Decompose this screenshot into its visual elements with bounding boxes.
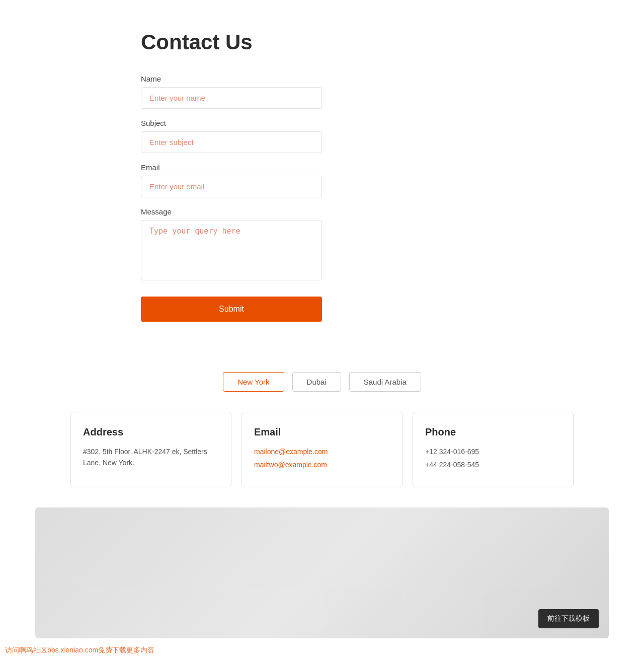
info-cards-section: Address #302, 5th Floor, ALHK-2247 ek, S… bbox=[0, 402, 644, 497]
location-tabs-section: New York Dubai Saudi Arabia bbox=[0, 342, 644, 402]
location-tab-new-york[interactable]: New York bbox=[223, 372, 284, 392]
email-card: Email mailone@example.com mailtwo@exampl… bbox=[242, 412, 403, 487]
address-card: Address #302, 5th Floor, ALHK-2247 ek, S… bbox=[70, 412, 231, 487]
name-label: Name bbox=[141, 75, 503, 83]
location-tab-saudi-arabia[interactable]: Saudi Arabia bbox=[349, 372, 421, 392]
email-input[interactable] bbox=[141, 176, 322, 197]
name-field-group: Name bbox=[141, 75, 503, 109]
phone-number-2: +44 224-058-545 bbox=[425, 459, 561, 470]
subject-label: Subject bbox=[141, 119, 503, 127]
email-link-1[interactable]: mailone@example.com bbox=[254, 446, 390, 457]
email-label: Email bbox=[141, 163, 503, 172]
page-title: Contact Us bbox=[141, 30, 503, 54]
contact-form: Name Subject Email Message Submit bbox=[141, 75, 503, 322]
address-line: #302, 5th Floor, ALHK-2247 ek, Settlers … bbox=[83, 448, 207, 467]
phone-number-1: +12 324-016-695 bbox=[425, 446, 561, 457]
address-card-title: Address bbox=[83, 426, 219, 438]
message-field-group: Message bbox=[141, 207, 503, 282]
phone-card: Phone +12 324-016-695 +44 224-058-545 bbox=[413, 412, 574, 487]
download-template-button[interactable]: 前往下载模板 bbox=[538, 609, 599, 628]
map-placeholder bbox=[35, 507, 609, 638]
submit-button[interactable]: Submit bbox=[141, 297, 322, 322]
phone-card-text: +12 324-016-695 +44 224-058-545 bbox=[425, 446, 561, 471]
email-link-2[interactable]: mailtwo@example.com bbox=[254, 459, 390, 470]
email-card-title: Email bbox=[254, 426, 390, 438]
email-field-group: Email bbox=[141, 163, 503, 197]
phone-card-title: Phone bbox=[425, 426, 561, 438]
page-wrapper: Contact Us Name Subject Email Message bbox=[0, 0, 644, 638]
subject-input[interactable] bbox=[141, 131, 322, 153]
address-card-text: #302, 5th Floor, ALHK-2247 ek, Settlers … bbox=[83, 446, 219, 469]
contact-section: Contact Us Name Subject Email Message bbox=[131, 0, 513, 342]
name-input[interactable] bbox=[141, 87, 322, 109]
message-label: Message bbox=[141, 207, 503, 216]
watermark: 访问啊鸟社区bbs.xieniao.com免费下载更多内容 bbox=[5, 646, 154, 655]
map-section: 前往下载模板 bbox=[35, 507, 609, 638]
location-tab-dubai[interactable]: Dubai bbox=[292, 372, 341, 392]
message-textarea[interactable] bbox=[141, 220, 322, 280]
email-card-text: mailone@example.com mailtwo@example.com bbox=[254, 446, 390, 471]
subject-field-group: Subject bbox=[141, 119, 503, 153]
